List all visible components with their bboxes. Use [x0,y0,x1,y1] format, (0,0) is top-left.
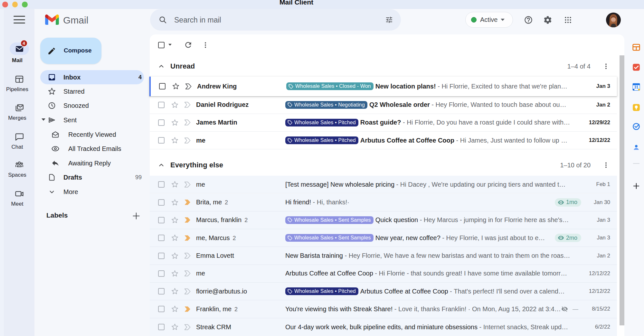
svg-text:31: 31 [634,85,639,89]
